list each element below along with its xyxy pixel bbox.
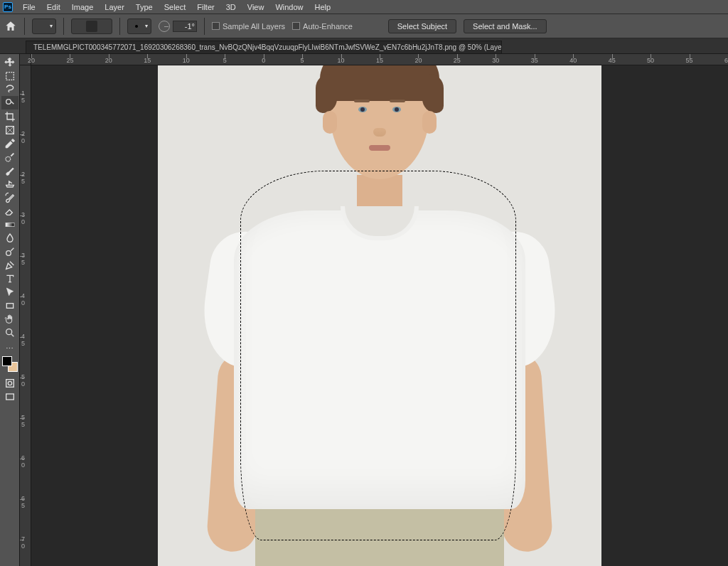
menu-file[interactable]: File	[17, 1, 41, 13]
quick-selection-icon	[36, 21, 47, 32]
svg-point-12	[6, 329, 11, 334]
svg-point-10	[6, 250, 11, 255]
document-tab-bar: TELEMMGLPICT000345772071_16920306268360_…	[0, 38, 728, 54]
rectangular-marquee-tool[interactable]	[1, 69, 18, 82]
blur-tool[interactable]	[1, 231, 18, 245]
ruler-number: 15	[144, 57, 151, 64]
ruler-number: 30	[492, 57, 499, 64]
brush-tool[interactable]	[1, 164, 18, 177]
menu-type[interactable]: Type	[130, 1, 159, 13]
ruler-number: 30	[21, 211, 25, 225]
svg-rect-11	[6, 303, 13, 308]
select-and-mask-button[interactable]: Select and Mask...	[464, 19, 547, 33]
viewport[interactable]	[31, 65, 728, 566]
ruler-number: 70	[21, 535, 25, 550]
active-tool-preset[interactable]: ▾	[32, 18, 56, 34]
eraser-tool[interactable]	[1, 204, 18, 218]
app-icon: Ps	[3, 2, 13, 12]
auto-enhance-checkbox[interactable]: Auto-Enhance	[292, 22, 353, 31]
edit-toolbar-icon[interactable]: ⋯	[1, 343, 18, 353]
svg-point-1	[77, 22, 82, 27]
brush-angle-field[interactable]	[159, 21, 197, 32]
horizontal-ruler[interactable]: 20252015105051015202530354045505560	[31, 54, 728, 65]
menu-edit[interactable]: Edit	[41, 1, 66, 13]
frame-tool[interactable]	[1, 123, 18, 137]
svg-point-2	[88, 22, 93, 27]
ruler-number: 10	[338, 57, 345, 64]
subtract-selection-icon[interactable]	[97, 21, 109, 32]
pen-tool[interactable]	[1, 258, 18, 272]
sample-all-layers-label: Sample All Layers	[223, 22, 285, 31]
quick-mask-toggle[interactable]	[1, 376, 18, 390]
menu-image[interactable]: Image	[66, 1, 100, 13]
ruler-number: 25	[21, 171, 25, 185]
dropdown-caret-icon: ▾	[50, 23, 53, 29]
svg-rect-5	[6, 72, 14, 80]
angle-input[interactable]	[173, 21, 197, 32]
checkbox-icon	[292, 22, 300, 30]
ruler-number: 10	[183, 57, 190, 64]
brush-picker[interactable]: ▾	[127, 18, 151, 34]
menu-window[interactable]: Window	[269, 1, 309, 13]
screen-mode-toggle[interactable]	[1, 390, 18, 403]
ruler-number: 15	[376, 57, 383, 64]
svg-point-8	[6, 156, 11, 161]
ruler-number: 5	[223, 57, 227, 64]
color-swatches[interactable]	[2, 356, 18, 372]
svg-rect-9	[6, 223, 14, 226]
ruler-number: 20	[21, 130, 25, 144]
spot-healing-brush-tool[interactable]	[1, 150, 18, 164]
options-bar: ▾ ▾ Sample All Layers Auto-Enhance Selec…	[0, 14, 728, 38]
vertical-ruler[interactable]: 152025303540455055606570	[20, 65, 31, 566]
svg-rect-13	[6, 379, 14, 387]
svg-point-14	[8, 381, 11, 385]
ruler-number: 50	[647, 57, 654, 64]
foreground-color-swatch[interactable]	[2, 356, 12, 366]
tool-panel: ⋯	[0, 54, 20, 566]
document-canvas[interactable]	[158, 65, 601, 566]
dropdown-caret-icon: ▾	[145, 23, 148, 29]
ruler-number: 65	[21, 495, 25, 509]
new-selection-icon[interactable]	[75, 21, 86, 32]
menu-select[interactable]: Select	[159, 1, 192, 13]
ruler-number: 40	[21, 292, 25, 306]
add-to-selection-icon[interactable]	[86, 21, 97, 32]
separator	[63, 18, 64, 35]
ruler-number: 45	[609, 57, 616, 64]
document-tab[interactable]: TELEMMGLPICT000345772071_16920306268360_…	[26, 41, 502, 53]
clone-stamp-tool[interactable]	[1, 177, 18, 191]
crop-tool[interactable]	[1, 110, 18, 123]
canvas-area: 20252015105051015202530354045505560 1520…	[20, 54, 728, 566]
quick-selection-tool[interactable]	[1, 96, 18, 110]
menu-filter[interactable]: Filter	[191, 1, 220, 13]
gradient-tool[interactable]	[1, 218, 18, 231]
ruler-number: 20	[28, 57, 35, 64]
lasso-tool[interactable]	[1, 82, 18, 96]
separator	[119, 18, 120, 35]
hand-tool[interactable]	[1, 312, 18, 326]
eyedropper-tool[interactable]	[1, 137, 18, 150]
separator	[204, 18, 205, 35]
select-subject-button[interactable]: Select Subject	[388, 19, 456, 33]
rectangle-tool[interactable]	[1, 299, 18, 312]
history-brush-tool[interactable]	[1, 191, 18, 204]
menu-help[interactable]: Help	[309, 1, 337, 13]
menu-view[interactable]: View	[242, 1, 270, 13]
ruler-number: 25	[454, 57, 461, 64]
ruler-number: 55	[686, 57, 693, 64]
svg-point-3	[100, 22, 105, 27]
path-selection-tool[interactable]	[1, 285, 18, 299]
zoom-tool[interactable]	[1, 326, 18, 339]
ruler-number: 15	[21, 90, 25, 104]
dodge-tool[interactable]	[1, 245, 18, 258]
svg-point-6	[6, 99, 11, 104]
menu-layer[interactable]: Layer	[99, 1, 130, 13]
home-icon[interactable]	[4, 20, 17, 33]
sample-all-layers-checkbox[interactable]: Sample All Layers	[212, 22, 285, 31]
ruler-number: 35	[21, 252, 25, 266]
move-tool[interactable]	[1, 55, 18, 69]
ruler-number: 25	[66, 57, 73, 64]
angle-dial-icon[interactable]	[159, 21, 170, 32]
type-tool[interactable]	[1, 272, 18, 285]
menu-3d[interactable]: 3D	[220, 1, 242, 13]
